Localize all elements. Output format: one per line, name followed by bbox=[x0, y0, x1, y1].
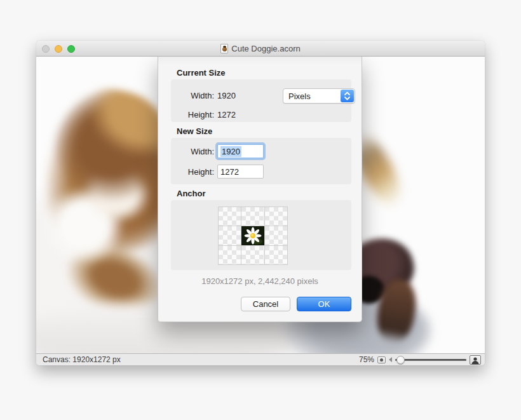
units-selected-value: Pixels bbox=[288, 91, 311, 101]
zoom-button[interactable] bbox=[67, 45, 75, 53]
zoom-large-image-icon bbox=[470, 355, 481, 365]
status-bar: Canvas: 1920x1272 px 75% bbox=[36, 353, 485, 365]
current-height-value: 1272 bbox=[217, 110, 236, 119]
anchor-cell-top[interactable] bbox=[241, 207, 264, 226]
anchor-cell-top-left[interactable] bbox=[219, 207, 241, 226]
resize-image-dialog: Current Size Width: 1920 Height: 1272 Pi… bbox=[158, 55, 362, 322]
anchor-grid bbox=[218, 207, 288, 265]
new-height-input[interactable]: 1272 bbox=[217, 165, 264, 179]
acorn-document-icon bbox=[220, 44, 228, 53]
zoom-slider-thumb[interactable] bbox=[396, 356, 405, 364]
new-height-label: Height: bbox=[171, 167, 214, 177]
anchor-cell-center[interactable] bbox=[241, 226, 264, 245]
zoom-slider[interactable] bbox=[395, 355, 466, 364]
current-size-heading: Current Size bbox=[177, 68, 226, 78]
new-size-heading: New Size bbox=[177, 126, 212, 136]
zoom-small-image-icon bbox=[377, 356, 386, 363]
ok-button[interactable]: OK bbox=[297, 297, 351, 311]
app-window: Current Size Width: 1920 Height: 1272 Pi… bbox=[36, 41, 485, 365]
anchor-heading: Anchor bbox=[177, 189, 206, 198]
anchor-cell-right[interactable] bbox=[265, 226, 287, 245]
window-controls bbox=[42, 45, 75, 53]
new-size-panel: Width: 1920 Height: 1272 bbox=[171, 138, 351, 184]
close-button[interactable] bbox=[42, 45, 50, 53]
size-summary-text: 1920x1272 px, 2,442,240 pixels bbox=[158, 276, 362, 286]
new-width-value: 1920 bbox=[220, 146, 241, 157]
slider-start-arrow-icon bbox=[389, 357, 392, 362]
new-width-label: Width: bbox=[171, 147, 214, 156]
anchor-cell-bottom-left[interactable] bbox=[219, 246, 241, 264]
new-width-input[interactable]: 1920 bbox=[217, 144, 264, 158]
new-height-value: 1272 bbox=[220, 167, 239, 177]
cancel-button[interactable]: Cancel bbox=[241, 297, 290, 311]
units-select[interactable]: Pixels bbox=[283, 88, 355, 104]
current-size-panel: Width: 1920 Height: 1272 Pixels bbox=[171, 79, 351, 122]
current-width-label: Width: bbox=[171, 91, 214, 100]
up-down-chevrons-icon bbox=[341, 90, 354, 102]
zoom-slider-track[interactable] bbox=[395, 359, 466, 361]
window-title: Cute Doggie.acorn bbox=[231, 44, 300, 53]
canvas-size-label: Canvas: 1920x1272 px bbox=[43, 355, 121, 364]
anchor-cell-top-right[interactable] bbox=[265, 207, 287, 226]
minimize-button[interactable] bbox=[55, 45, 62, 53]
zoom-percent-label: 75% bbox=[359, 355, 374, 364]
current-width-value: 1920 bbox=[217, 91, 236, 100]
anchor-panel bbox=[171, 200, 351, 270]
daisy-thumbnail bbox=[241, 226, 264, 245]
anchor-cell-bottom-right[interactable] bbox=[265, 246, 287, 264]
anchor-cell-bottom[interactable] bbox=[241, 246, 264, 264]
title-bar: Cute Doggie.acorn bbox=[36, 41, 485, 57]
anchor-cell-left[interactable] bbox=[219, 226, 241, 245]
current-height-label: Height: bbox=[171, 110, 214, 119]
